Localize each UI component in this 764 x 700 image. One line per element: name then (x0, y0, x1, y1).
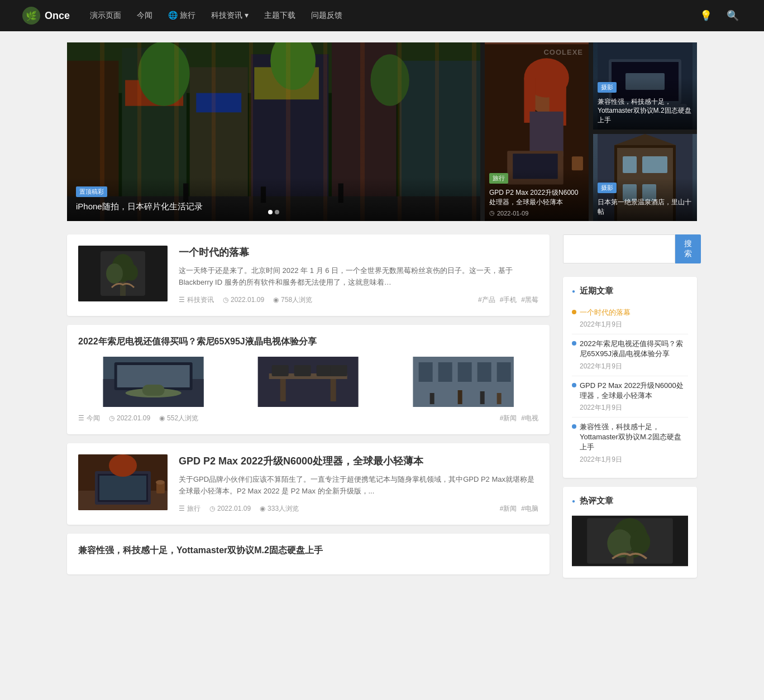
sidebar-popular-section: 热评文章 (563, 487, 697, 578)
eye-icon-2 (260, 505, 265, 512)
bottom-article-title[interactable]: 兼容性强，科技感十足，Yottamaster双协议M.2固态硬盘上手 (78, 545, 538, 557)
logo-icon: 🌿 (22, 7, 40, 25)
tag-blackberry[interactable]: 黑莓 (521, 295, 538, 305)
sidebar-recent-4-date: 2022年1月9日 (580, 455, 688, 464)
svg-rect-39 (653, 156, 667, 173)
dining-svg (233, 357, 383, 407)
article-card-1: 一个时代的落幕 这一天终于还是来了。北京时间 2022 年 1 月 6 日，一个… (67, 234, 550, 316)
gallery-category: 今闻 (78, 414, 100, 423)
svg-point-81 (109, 454, 137, 477)
gallery-meta: 今闻 2022.01.09 552人浏览 新闻 电视 (78, 414, 538, 423)
hero-small-1-overlay: 摄影 兼容性强，科技感十足，Yottamaster双协议M.2固态硬盘上手 (593, 78, 697, 130)
dot-1[interactable] (268, 210, 273, 214)
nav-themes[interactable]: 主题下载 (257, 6, 302, 25)
hero-main-overlay: 置顶稿彩 iPhone随拍，日本碎片化生活记录 (67, 178, 480, 221)
gallery-card-title[interactable]: 2022年索尼电视还值得买吗？索尼65X95J液晶电视体验分享 (78, 336, 538, 348)
gallery-date-text: 2022.01.09 (117, 414, 150, 422)
hero-small-2[interactable]: 摄影 日本第一绝景温泉酒店，里山十帖 (593, 134, 697, 221)
eye-icon-g (159, 414, 165, 422)
site-logo[interactable]: 🌿 Once (22, 7, 70, 25)
nav-news[interactable]: 今闻 (130, 6, 159, 25)
gallery-card: 2022年索尼电视还值得买吗？索尼65X95J液晶电视体验分享 (67, 325, 550, 434)
gallery-item-2[interactable] (233, 357, 383, 407)
svg-point-48 (125, 264, 138, 281)
gallery-item-1[interactable] (78, 357, 228, 407)
dot-4 (572, 424, 576, 429)
svg-rect-72 (480, 391, 484, 404)
dot-2[interactable] (275, 210, 279, 214)
tag-news[interactable]: 新闻 (500, 414, 517, 423)
logo-text: Once (45, 10, 70, 22)
list-icon (179, 296, 185, 304)
article-1-date: 2022.01.09 (223, 296, 264, 304)
header: 🌿 Once 演示页面 今闻 🌐 旅行 科技资讯 ▾ 主题下载 问题反馈 💡 🔍 (0, 0, 764, 31)
sidebar-popular-thumbnail[interactable] (572, 513, 688, 569)
hero-small-1-title: 兼容性强，科技感十足，Yottamaster双协议M.2固态硬盘上手 (598, 97, 693, 125)
nav-travel[interactable]: 🌐 旅行 (161, 6, 202, 25)
article-2-title[interactable]: GPD P2 Max 2022升级N6000处理器，全球最小轻薄本 (179, 454, 538, 468)
hero-small-1[interactable]: 摄影 兼容性强，科技感十足，Yottamaster双协议M.2固态硬盘上手 (593, 42, 697, 130)
list-icon-2 (179, 505, 185, 512)
svg-rect-62 (331, 365, 347, 376)
nav-tech[interactable]: 科技资讯 ▾ (204, 6, 255, 25)
gallery-views: 552人浏览 (159, 414, 198, 423)
bottom-article: 兼容性强，科技感十足，Yottamaster双协议M.2固态硬盘上手 (67, 534, 550, 574)
article-2-views-text: 333人浏览 (268, 504, 299, 514)
tag-product[interactable]: 产品 (478, 295, 495, 305)
sidebar-search: 搜索 (563, 234, 697, 263)
sidebar-recent-item-4: 兼容性强，科技感十足，Yottamaster双协议M.2固态硬盘上手 2022年… (572, 418, 688, 469)
article-1-views: 758人浏览 (273, 295, 312, 305)
svg-rect-67 (457, 362, 471, 382)
article-2-cat-text: 旅行 (187, 504, 200, 514)
article-2-thumbnail[interactable] (78, 454, 168, 510)
hero-small-2-tag: 摄影 (598, 183, 617, 193)
sidebar-recent-item-2: 2022年索尼电视还值得买吗？索尼65X95J液晶电视体验分享 2022年1月9… (572, 334, 688, 376)
article-1-thumbnail[interactable] (78, 246, 168, 301)
sidebar-recent-2-title[interactable]: 2022年索尼电视还值得买吗？索尼65X95J液晶电视体验分享 (572, 339, 688, 359)
nav-demo[interactable]: 演示页面 (83, 6, 128, 25)
hero-main[interactable]: 置顶稿彩 iPhone随拍，日本碎片化生活记录 (67, 42, 480, 221)
svg-rect-28 (529, 112, 563, 156)
gallery-item-3[interactable] (388, 357, 538, 407)
clock-icon-g (109, 414, 114, 422)
article-1-title[interactable]: 一个时代的落幕 (179, 246, 538, 260)
sidebar-recent-3-title[interactable]: GPD P2 Max 2022升级N6000处理器，全球最小轻薄本 (572, 381, 688, 401)
nav-feedback[interactable]: 问题反馈 (304, 6, 349, 25)
svg-rect-55 (258, 357, 359, 407)
article-1-body: 一个时代的落幕 这一天终于还是来了。北京时间 2022 年 1 月 6 日，一个… (179, 246, 538, 305)
article-2-date: 2022.01.09 (209, 505, 251, 512)
article-1-img (78, 246, 168, 301)
sidebar-recent-4-title[interactable]: 兼容性强，科技感十足，Yottamaster双协议M.2固态硬盘上手 (572, 422, 688, 453)
hero-tall-tag: 旅行 (489, 173, 508, 184)
tag-pc[interactable]: 电脑 (521, 504, 538, 514)
svg-rect-58 (331, 379, 336, 401)
svg-rect-87 (627, 551, 634, 564)
tag-phone[interactable]: 手机 (500, 295, 517, 305)
laptop2-svg (78, 454, 168, 510)
lightbulb-icon[interactable]: 💡 (697, 7, 715, 25)
tag-tv[interactable]: 电视 (521, 414, 538, 423)
article-2-excerpt: 关于GPD品牌小伙伴们应该不算陌生了。一直专注于超便携笔记本与随身掌机领域，其中… (179, 474, 538, 497)
svg-point-86 (630, 530, 650, 554)
svg-rect-52 (117, 365, 190, 387)
article-2-img (78, 454, 168, 510)
gallery-cat-text: 今闻 (87, 414, 100, 423)
sidebar-recent-1-title[interactable]: 一个时代的落幕 (572, 308, 688, 318)
search-input[interactable] (563, 234, 675, 263)
svg-point-47 (106, 263, 123, 284)
svg-rect-71 (457, 390, 462, 404)
tag-news-2[interactable]: 新闻 (500, 504, 517, 514)
article-2-date-text: 2022.01.09 (217, 505, 251, 512)
hero-tall-right[interactable]: COOLEXE 旅行 GPD P2 Max 2022升级N6000处理器，全球最… (485, 42, 589, 221)
search-button[interactable]: 搜索 (675, 234, 701, 263)
gallery-date: 2022.01.09 (109, 414, 150, 422)
svg-rect-34 (614, 145, 676, 148)
article-2-category: 旅行 (179, 504, 200, 514)
hero-tall-date-row: ◷ 2022-01-09 (489, 209, 584, 217)
sidebar-recent-2-text: 2022年索尼电视还值得买吗？索尼65X95J液晶电视体验分享 (580, 339, 688, 359)
dot-2 (572, 341, 576, 346)
sidebar-recent-section: 近期文章 一个时代的落幕 2022年1月9日 2022年索尼电视还值得买吗？索尼… (563, 277, 697, 478)
gallery-views-text: 552人浏览 (167, 414, 198, 423)
hero-small-2-overlay: 摄影 日本第一绝景温泉酒店，里山十帖 (593, 178, 697, 221)
search-icon[interactable]: 🔍 (724, 7, 742, 25)
